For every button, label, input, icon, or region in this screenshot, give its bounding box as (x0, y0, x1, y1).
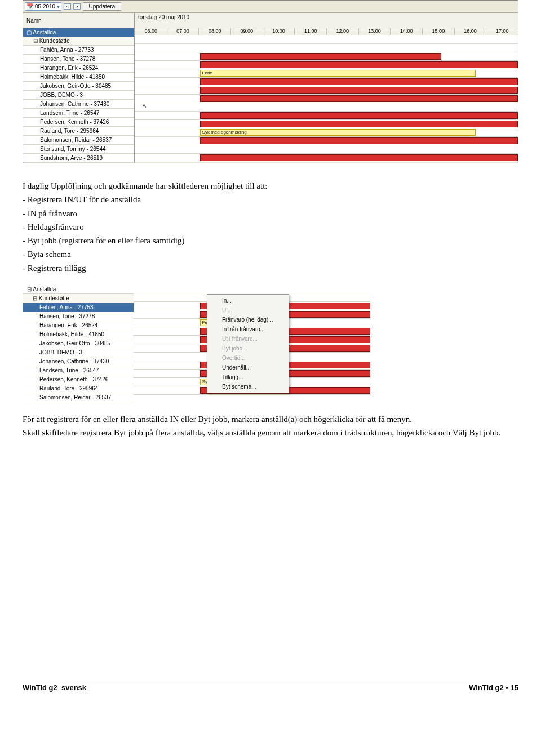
footer-left: WinTid g2_svensk (23, 683, 86, 692)
paragraph-block: För att registrera för en eller flera an… (23, 413, 518, 439)
tree-item[interactable]: Sundstrøm, Arve - 26519 (23, 154, 134, 163)
menu-overtid: Övertid... (209, 353, 287, 363)
body-paragraph: För att registrera för en eller flera an… (23, 413, 518, 425)
tree-root[interactable]: ⊟ Anställda (23, 285, 134, 294)
chevron-down-icon[interactable]: ▾ (57, 3, 60, 10)
timeline-row[interactable] (135, 78, 518, 86)
timeline-area: torsdag 20 maj 2010 06:00 07:00 08:00 09… (135, 13, 518, 163)
tree-item[interactable]: Salomonsen, Reidar - 26537 (23, 393, 134, 402)
name-column: Namn ▢ Anställda ⊟ Kundestøtte Fahlén, A… (23, 13, 135, 163)
tree-item[interactable]: JOBB, DEMO - 3 (23, 348, 134, 357)
screenshot-daily-followup: 📅 05.2010 ▾ < > Uppdatera Namn ▢ Anställ… (23, 0, 518, 163)
tree-column: ⊟ Anställda ⊟ Kundestøtte Fahlén, Anna -… (23, 285, 134, 402)
body-bullet: - Byt jobb (registrera för en eller fler… (23, 235, 518, 246)
tree-item[interactable]: Holmebakk, Hilde - 41850 (23, 73, 134, 82)
menu-byt-schema[interactable]: Byt schema... (209, 382, 287, 392)
tree-item[interactable]: Hansen, Tone - 37278 (23, 55, 134, 64)
tree-item[interactable]: Johansen, Cathrine - 37430 (23, 357, 134, 366)
date-header: torsdag 20 maj 2010 (135, 13, 518, 28)
tree-root[interactable]: ▢ Anställda (23, 28, 134, 37)
absence-bar-ferie[interactable]: Ferie (200, 70, 476, 77)
calendar-icon: 📅 (26, 3, 33, 10)
timeline-row[interactable] (134, 285, 370, 293)
body-paragraph: I daglig Uppföljning och godkännande har… (23, 180, 518, 192)
timeline-row[interactable] (135, 86, 518, 95)
tree-item[interactable]: Johansen, Cathrine - 37430 (23, 100, 134, 109)
body-bullet: - Heldagsfrånvaro (23, 221, 518, 233)
next-button[interactable]: > (73, 3, 81, 10)
absence-bar[interactable] (200, 61, 518, 68)
tree-item[interactable]: Pedersen, Kenneth - 37426 (23, 375, 134, 384)
timeline-row[interactable]: Ferie (135, 69, 518, 78)
tree-item[interactable]: Rauland, Tore - 295964 (23, 384, 134, 393)
tree-group[interactable]: ⊟ Kundestøtte (23, 294, 134, 303)
absence-bar[interactable] (200, 95, 518, 102)
footer-right: WinTid g2 • 15 (469, 683, 518, 692)
timeline-row[interactable] (135, 44, 518, 52)
menu-underhall[interactable]: Underhåll... (209, 363, 287, 372)
timeline-row[interactable] (135, 61, 518, 69)
update-button[interactable]: Uppdatera (83, 2, 122, 11)
tree-group[interactable]: ⊟ Kundestøtte (23, 37, 134, 46)
screenshot-context-menu: ⊟ Anställda ⊟ Kundestøtte Fahlén, Anna -… (23, 285, 518, 402)
timeline-row[interactable]: ↖ (135, 103, 518, 112)
tree-item[interactable]: Salomonsen, Reidar - 26537 (23, 136, 134, 145)
absence-bar[interactable] (200, 154, 518, 161)
cursor-icon: ↖ (143, 103, 147, 109)
body-bullet: - Registrera tillägg (23, 263, 518, 274)
timeline-row[interactable]: Syk med egenmelding (135, 128, 518, 137)
menu-franvaro-heldag[interactable]: Frånvaro (hel dag)... (209, 315, 287, 324)
tree-item[interactable]: Rauland, Tore - 295964 (23, 127, 134, 136)
timeline-row[interactable] (135, 95, 518, 103)
absence-bar[interactable] (200, 53, 441, 60)
menu-tillagg[interactable]: Tillägg... (209, 372, 287, 382)
menu-in-fran-franvaro[interactable]: In från frånvaro... (209, 324, 287, 334)
absence-bar[interactable] (200, 87, 518, 94)
paragraph-block: I daglig Uppföljning och godkännande har… (23, 180, 518, 274)
timeline-row[interactable] (135, 120, 518, 128)
menu-byt-jobb: Byt jobb... (209, 344, 287, 353)
body-bullet: - Byta schema (23, 248, 518, 260)
tree-item[interactable]: Fahlén, Anna - 27753 (23, 46, 134, 55)
timeline-row[interactable] (135, 154, 518, 162)
menu-in[interactable]: In... (209, 296, 287, 305)
tree-item[interactable]: Stensund, Tommy - 26544 (23, 145, 134, 154)
body-bullet: - Registrera IN/UT för de anställda (23, 194, 518, 205)
tree-item[interactable]: Jakobsen, Geir-Otto - 30485 (23, 82, 134, 91)
body-paragraph: Skall skiftledare registrera Byt jobb på… (23, 427, 518, 438)
toolbar: 📅 05.2010 ▾ < > Uppdatera (23, 1, 518, 13)
month-selector[interactable]: 📅 05.2010 ▾ (25, 2, 61, 11)
name-header: Namn (23, 13, 134, 28)
tree-item[interactable]: Holmebakk, Hilde - 41850 (23, 330, 134, 339)
tree-item[interactable]: Hansen, Tone - 37278 (23, 312, 134, 321)
tree-item[interactable]: JOBB, DEMO - 3 (23, 91, 134, 100)
context-menu: In... Ut... Frånvaro (hel dag)... In frå… (207, 294, 289, 393)
absence-bar[interactable] (200, 137, 518, 144)
prev-button[interactable]: < (64, 3, 71, 10)
timeline-area: Ferie Syk. In... Ut... Frånvaro (hel dag… (134, 285, 370, 402)
menu-ut-i-franvaro: Ut i frånvaro... (209, 334, 287, 344)
absence-bar[interactable] (200, 121, 518, 127)
tree-item[interactable]: Pedersen, Kenneth - 37426 (23, 118, 134, 127)
tree-item[interactable]: Harangen, Erik - 26524 (23, 64, 134, 73)
timeline-row[interactable] (135, 145, 518, 154)
tree-item[interactable]: Jakobsen, Geir-Otto - 30485 (23, 339, 134, 348)
month-value: 05.2010 (35, 3, 55, 10)
timeline-row[interactable] (135, 52, 518, 61)
timeline-row[interactable] (135, 112, 518, 120)
absence-bar-syk[interactable]: Syk med egenmelding (200, 129, 476, 136)
timeline-row[interactable] (135, 137, 518, 145)
timeline-row[interactable] (135, 35, 518, 44)
hour-scale: 06:00 07:00 08:00 09:00 10:00 11:00 12:0… (135, 28, 518, 35)
absence-bar[interactable] (200, 112, 518, 119)
tree-item[interactable]: Landsem, Trine - 26547 (23, 109, 134, 118)
absence-bar[interactable] (200, 78, 518, 85)
tree-item[interactable]: Harangen, Erik - 26524 (23, 321, 134, 330)
page-footer: WinTid g2_svensk WinTid g2 • 15 (23, 681, 518, 692)
menu-ut: Ut... (209, 305, 287, 315)
tree-item-selected[interactable]: Fahlén, Anna - 27753 (23, 303, 134, 312)
tree-item[interactable]: Landsem, Trine - 26547 (23, 366, 134, 375)
body-bullet: - IN på frånvaro (23, 208, 518, 219)
